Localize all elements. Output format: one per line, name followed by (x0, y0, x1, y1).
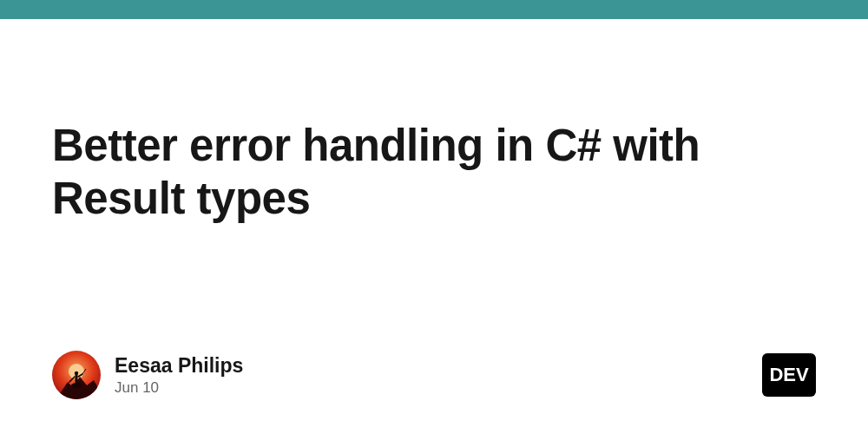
article-title: Better error handling in C# with Result … (52, 119, 816, 225)
author-name: Eesaa Philips (115, 354, 243, 378)
post-date: Jun 10 (115, 379, 243, 397)
dev-badge-text: DEV (769, 364, 808, 386)
content-area: Better error handling in C# with Result … (0, 19, 868, 434)
avatar-image (52, 351, 101, 399)
title-area: Better error handling in C# with Result … (52, 119, 816, 225)
accent-bar (0, 0, 868, 19)
dev-badge: DEV (762, 353, 816, 397)
svg-point-4 (75, 372, 78, 375)
author-text: Eesaa Philips Jun 10 (115, 354, 243, 397)
avatar (52, 351, 101, 399)
svg-rect-3 (76, 375, 78, 384)
author-block: Eesaa Philips Jun 10 (52, 351, 243, 399)
footer-row: Eesaa Philips Jun 10 DEV (52, 351, 816, 399)
